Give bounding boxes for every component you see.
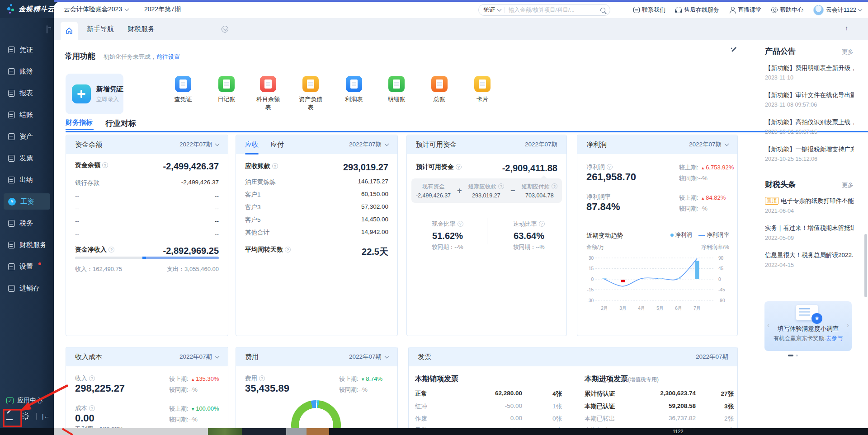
tab-more-icon[interactable] — [222, 26, 228, 33]
app-journal[interactable]: 日记账 — [212, 76, 241, 103]
app-general-ledger[interactable]: 总账 — [425, 76, 454, 103]
period-selector[interactable]: 2022年07期 — [179, 353, 219, 361]
dot-active[interactable] — [788, 355, 793, 356]
net-profit-card: 净利润 2022年07期 净利润 261,958.70 较上期: 6,753.9… — [577, 135, 738, 336]
banner-prev-icon[interactable]: ‹ — [767, 321, 769, 329]
help-icon[interactable] — [539, 221, 545, 227]
banner-next-icon[interactable]: › — [847, 321, 849, 329]
tab-newbie-nav[interactable]: 新手导航 — [87, 18, 114, 40]
account-selector[interactable]: 云会计体验账套2023 — [64, 5, 128, 14]
help-icon[interactable] — [89, 375, 95, 381]
survey-banner[interactable]: 填写体验满意度小调查 有机会赢京东卡奖励.去参与 ‹ › — [764, 301, 852, 351]
sidebar-item-salary[interactable]: 工资 — [4, 193, 50, 210]
live-class-link[interactable]: 直播课堂 — [729, 6, 761, 14]
income-statement-icon — [346, 76, 362, 92]
svg-text:7月: 7月 — [693, 306, 701, 311]
period-selector[interactable]: 2022年07期 — [349, 140, 388, 149]
sidebar-item-closing[interactable]: 结账 — [4, 107, 50, 123]
banner-pagination[interactable] — [54, 355, 798, 356]
trend-label: 近期变动趋势 — [586, 232, 623, 240]
announcement-item[interactable]: 【新功能】一键报税新增支持广东... — [765, 145, 854, 154]
news-item[interactable]: 实务｜看过来！增值税期末留抵退... — [765, 224, 854, 232]
scrollbar-thumb[interactable] — [864, 234, 867, 297]
app-detail-ledger[interactable]: 明细账 — [382, 76, 411, 103]
tab-home[interactable] — [61, 22, 78, 40]
app-card[interactable]: 卡片 — [468, 76, 497, 103]
fullscreen-icon[interactable] — [47, 25, 47, 33]
sidebar-item-tax-service[interactable]: 财税服务 — [4, 237, 50, 253]
row-label: 客户3 — [245, 203, 261, 211]
search-input[interactable] — [509, 7, 600, 13]
tab-receivable[interactable]: 应收 — [245, 140, 259, 149]
period-selector[interactable]: 2022年07期 — [349, 353, 388, 361]
help-icon[interactable] — [108, 247, 114, 253]
announcement-item[interactable]: 【新功能】费用明细表全新升级，... — [765, 64, 854, 72]
help-center-link[interactable]: 帮助中心 — [771, 6, 803, 14]
chevron-down-icon[interactable] — [497, 7, 502, 12]
join-survey-link[interactable]: 去参与 — [826, 335, 843, 341]
sidebar-item-settings[interactable]: 设置 — [4, 258, 50, 275]
sidebar-item-invoice[interactable]: 发票 — [4, 150, 50, 166]
announcement-item[interactable]: 【新功能】审计文件在线化导出重... — [765, 91, 854, 99]
help-icon[interactable] — [272, 163, 278, 169]
collapse-sidebar-icon[interactable]: |← — [36, 413, 49, 420]
active-tab-underline — [66, 129, 94, 130]
new-voucher-button[interactable]: 新增凭证 立即录入 — [66, 74, 123, 114]
dot[interactable] — [796, 355, 798, 356]
help-icon[interactable] — [285, 247, 291, 253]
help-icon[interactable] — [102, 162, 108, 168]
app-account-balance[interactable]: 科目余额表 — [254, 76, 283, 112]
help-icon[interactable] — [89, 405, 95, 411]
svg-text:-90: -90 — [718, 298, 725, 303]
period-selector[interactable]: 2022年07期 — [689, 140, 728, 149]
news-more-link[interactable]: 更多 — [842, 181, 854, 189]
news-item[interactable]: 信息量很大！税务总局解读2022... — [765, 251, 854, 259]
service-icon — [8, 242, 15, 248]
goto-settings-link[interactable]: 前往设置 — [156, 53, 180, 60]
edit-pencil-icon[interactable] — [6, 412, 14, 420]
page-tabbar: 新手导航 财税服务 ↑ — [54, 18, 868, 40]
sidebar-item-asset[interactable]: 资产 — [4, 128, 50, 145]
sidebar-item-report[interactable]: 报表 — [4, 85, 50, 101]
search-icon[interactable] — [600, 8, 605, 13]
search-category[interactable]: 凭证 — [483, 6, 495, 14]
help-icon[interactable] — [259, 375, 265, 381]
row-value: -- — [215, 205, 219, 212]
app-income-statement[interactable]: 利润表 — [340, 76, 368, 103]
help-icon[interactable] — [456, 164, 462, 170]
sidebar-item-voucher[interactable]: 凭证 — [4, 42, 50, 58]
chevron-down-icon — [858, 7, 863, 12]
contact-us-link[interactable]: 联系我们 — [633, 6, 665, 14]
app-check-voucher[interactable]: 查凭证 — [169, 76, 198, 103]
sidebar-item-tax[interactable]: 税务 — [4, 215, 50, 231]
help-icon[interactable] — [498, 183, 504, 189]
app-center-button[interactable]: 应用中心 — [6, 397, 42, 405]
row-value: -2,499,426.37 — [181, 179, 219, 187]
after-sales-link[interactable]: 售后在线服务 — [675, 6, 719, 14]
news-item[interactable]: 置顶电子专票的纸质打印件不能... — [765, 197, 854, 205]
user-menu[interactable]: 云会计1122 — [813, 5, 862, 15]
help-icon[interactable] — [458, 221, 463, 227]
sidebar-item-inventory[interactable]: 进销存 — [4, 280, 50, 296]
row-label: -- — [75, 205, 79, 212]
period-selector[interactable]: 2022年07期 — [179, 140, 219, 149]
chevron-down-icon — [125, 7, 129, 11]
announcements-more-link[interactable]: 更多 — [842, 48, 854, 56]
scroll-top-icon[interactable]: ↑ — [845, 24, 848, 32]
tab-industry-benchmark[interactable]: 行业对标 — [105, 118, 136, 129]
global-search[interactable]: 凭证 — [478, 4, 610, 16]
sidebar-item-ledger[interactable]: 账簿 — [4, 63, 50, 80]
common-functions-title: 常用功能 — [65, 51, 95, 61]
tab-tax-service[interactable]: 财税服务 — [127, 18, 155, 40]
tab-financial-indicators[interactable]: 财务指标 — [66, 118, 868, 127]
app-balance-sheet[interactable]: 资产负债表 — [296, 76, 325, 112]
help-icon[interactable] — [607, 164, 613, 170]
turnover-days-label: 平均周转天数 — [245, 246, 291, 258]
tab-payable[interactable]: 应付 — [270, 140, 284, 149]
divider — [505, 7, 505, 13]
help-icon[interactable] — [552, 183, 557, 189]
announcement-item[interactable]: 【新功能】高拍仪识别发票上线，... — [765, 118, 854, 126]
theme-sun-icon[interactable] — [22, 412, 29, 420]
sidebar-item-cashier[interactable]: 出纳 — [4, 172, 50, 188]
sidebar: 凭证 账簿 报表 结账 资产 发票 出纳 工资 税务 财税服务 设置 进销存 应… — [0, 18, 54, 428]
